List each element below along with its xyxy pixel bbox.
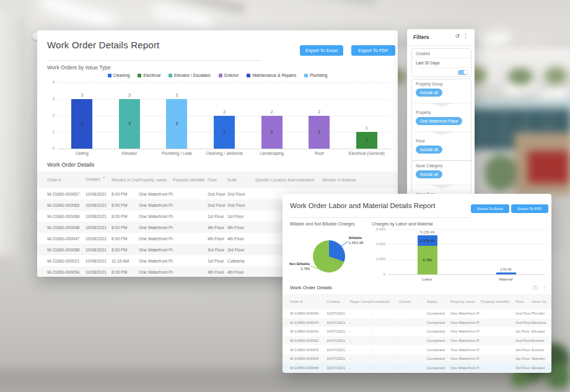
bar-landscaping[interactable]: 2	[261, 116, 283, 149]
table-row[interactable]: W-21860-00006410/07/2021---CompletedOne …	[283, 354, 551, 364]
table-row[interactable]: W-21860-00005210/07/2021---CompletedOne …	[283, 336, 551, 346]
bar-electrical-general-[interactable]: 1	[356, 132, 377, 149]
bar-roof[interactable]: 2	[309, 116, 330, 149]
table-cell: 10/08/2021	[86, 270, 112, 274]
table-cell: 10/08/2021	[86, 237, 112, 241]
billable-value: 1,651.98	[349, 241, 363, 245]
export-to-excel-button[interactable]: Export To Excel	[300, 45, 343, 56]
column-header-5[interactable]: Property Identifier	[173, 178, 208, 183]
table-cell: Completed	[427, 357, 450, 360]
table-cell: -	[349, 329, 372, 333]
table-cell: 10/07/2021	[327, 329, 349, 333]
table-row[interactable]: W-21860-00004610/07/2021---CompletedOne …	[283, 364, 551, 373]
bar-value-inside: 2	[223, 130, 226, 134]
bar-cleaning-janitorial[interactable]: 2	[214, 116, 235, 149]
column-header-10[interactable]: Issue Ca	[532, 300, 551, 304]
not-billable-label: Not Billable	[289, 262, 310, 266]
bar-elevator[interactable]: 3	[119, 99, 140, 149]
property-group-pill[interactable]: Include all	[416, 89, 442, 97]
table-row[interactable]: W-21860-00004310/07/2021---CompletedOne …	[283, 318, 551, 328]
table-cell: 1st Floor	[208, 259, 227, 263]
table-cell: W-21860-000021	[47, 259, 86, 263]
bar-value-label: 3	[153, 93, 201, 97]
column-header-6[interactable]: Status	[427, 300, 450, 304]
column-header-8[interactable]: Property Identifier	[481, 300, 515, 304]
sort-caret-icon[interactable]: ⌄	[102, 177, 105, 179]
kebab-menu-icon[interactable]: ⋮	[463, 33, 468, 39]
column-header-7[interactable]: Suite	[227, 178, 255, 183]
y-axis-tick-label: 2,000	[369, 257, 385, 261]
table-cell: 1st Floor	[227, 214, 255, 219]
table-cell: -	[349, 348, 372, 352]
table-cell: One Waterfront P...	[450, 321, 481, 324]
table-cell: 8:00 PM	[112, 248, 139, 252]
stacked-bar-labor[interactable]: 3,7801,375.49	[418, 235, 437, 274]
legend-item[interactable]: Electrical	[138, 73, 160, 77]
legend-item[interactable]: Cleaning	[108, 73, 130, 77]
y-axis-tick-label: 6,000	[369, 227, 385, 231]
issue-category-pill[interactable]: Include all	[416, 170, 442, 178]
column-header-2[interactable]: Created	[327, 300, 349, 304]
table-cell: 1st Floor	[515, 329, 532, 333]
legend-item[interactable]: Plumbing	[304, 73, 327, 77]
legend-item[interactable]: Exterior	[219, 73, 239, 77]
table-cell: Completed	[427, 321, 450, 324]
table-cell: One Waterfront P...	[450, 311, 481, 315]
column-header-8[interactable]: Specific Location	[255, 178, 287, 183]
export-to-pdf-button[interactable]: Export To PDF	[511, 204, 548, 213]
created-filter-value[interactable]: Last 30 Days	[412, 58, 471, 68]
column-header-1[interactable]: Order #	[290, 300, 327, 304]
column-header-3[interactable]: Target Completion	[349, 300, 372, 304]
legend-item[interactable]: Maintenance & Repairs	[247, 73, 296, 77]
table-cell: -	[399, 348, 427, 352]
table-cell: 8:00 PM	[112, 192, 139, 196]
stacked-bar-material[interactable]	[496, 272, 516, 274]
y-axis-tick-label: 1	[46, 129, 55, 134]
screen: Work Order Details Report Export To Exce…	[0, 0, 570, 392]
table-row[interactable]: W-21860-00004510/07/2021---CompletedOne …	[283, 309, 551, 318]
table-cell: One Waterfront Pla..	[139, 225, 173, 230]
column-header-9[interactable]: Acknowledged	[287, 178, 322, 183]
table-cell: 2nd Floor	[227, 203, 255, 207]
property-pill[interactable]: One Waterfront Place	[416, 117, 462, 125]
chart-section-title: Work Orders by Issue Type	[47, 64, 111, 71]
export-to-pdf-button[interactable]: Export To PDF	[351, 45, 395, 56]
export-to-excel-button[interactable]: Export To Excel	[471, 204, 509, 213]
table-cell: W-21860-000066	[47, 214, 86, 219]
table-row[interactable]: W-21860-00005310/07/2021---CompletedOne …	[283, 345, 551, 354]
column-header-6[interactable]: Floor	[208, 178, 227, 183]
reset-filters-icon[interactable]: ↺	[455, 33, 460, 39]
column-header-4[interactable]: Completed	[372, 300, 399, 304]
table-section-title: Work Order Details	[290, 285, 332, 290]
table-row[interactable]: W-21860-00004210/07/2021---CompletedOne …	[283, 327, 551, 336]
table-cell: 10/08/2021	[86, 225, 112, 230]
table-cell: Completed	[427, 329, 450, 333]
legend-label: Cleaning	[113, 73, 130, 77]
column-header-2[interactable]: Created⌄	[86, 177, 112, 182]
table-cell: 4th Floor	[227, 270, 255, 274]
kebab-menu-icon[interactable]: ⋮	[542, 285, 547, 290]
column-header-10[interactable]: Minutes in Acknow	[322, 178, 384, 183]
table-cell: W-21860-000057	[47, 192, 86, 196]
table-cell: 8:00 PM	[112, 237, 139, 241]
column-header-3[interactable]: Minutes in Created	[112, 178, 139, 183]
table-cell: One Waterfront P...	[450, 339, 481, 342]
column-header-5[interactable]: Closed	[399, 300, 427, 304]
column-header-4[interactable]: Property, name	[139, 178, 173, 183]
column-header-1[interactable]: Order #	[47, 178, 86, 183]
info-icon[interactable]: ⓘ	[533, 285, 538, 291]
bar-ceiling[interactable]: 3	[71, 99, 92, 149]
column-header-9[interactable]: Floor	[515, 300, 532, 304]
legend-item[interactable]: Elevator / Escalator	[169, 73, 211, 77]
labor-material-bar-chart: 5,155.493,7801,375.49Labor276.49Material…	[369, 228, 548, 285]
billable-label: Billable	[349, 236, 362, 240]
billable-pie-chart[interactable]	[313, 240, 345, 272]
table-cell: -	[372, 321, 399, 324]
bar-plumbing-leak[interactable]: 3	[166, 99, 187, 149]
floor-pill[interactable]: Include all	[416, 146, 442, 154]
table-cell: 3rd Floor	[208, 248, 227, 252]
column-header-7[interactable]: Property, name	[450, 300, 481, 304]
x-axis-category-label: Labor	[388, 277, 467, 281]
table-cell: Completed	[427, 348, 450, 352]
created-filter-toggle[interactable]	[458, 70, 468, 75]
